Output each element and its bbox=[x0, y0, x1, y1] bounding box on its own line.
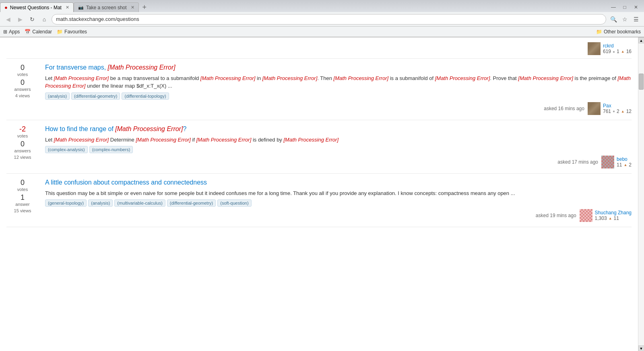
scrollbar[interactable]: ▲ ▼ bbox=[638, 37, 644, 351]
question-link[interactable]: For transverse maps, [Math Processing Er… bbox=[45, 64, 175, 71]
views-block: 15 views bbox=[14, 208, 31, 213]
calendar-icon: 📅 bbox=[25, 29, 31, 35]
user-rep: 11 bbox=[617, 162, 622, 168]
user-avatar bbox=[601, 156, 614, 168]
user-info: Pax 761 ● 2 ▲ 12 bbox=[588, 102, 632, 115]
partial-user-avatar bbox=[588, 42, 601, 55]
bookmark-calendar[interactable]: 📅 Calendar bbox=[25, 29, 52, 35]
user-badges: 1,303 ▲ 11 bbox=[595, 216, 632, 221]
views-block: 4 views bbox=[15, 93, 30, 98]
folder-icon: 📁 bbox=[57, 29, 63, 35]
tab-inactive[interactable]: 📷 Take a screen shot ✕ bbox=[74, 2, 139, 12]
bronze-icon: ▲ bbox=[621, 109, 625, 113]
bookmark-favourites[interactable]: 📁 Favourites bbox=[57, 29, 87, 35]
question-meta: asked 16 mins ago Pax 761 ● 2 ▲ 12 bbox=[45, 102, 632, 115]
partial-user-badges: 619 ● 1 ▲ 16 bbox=[603, 49, 632, 54]
bronze-count: 2 bbox=[629, 162, 632, 168]
maximize-button[interactable]: □ bbox=[620, 2, 630, 12]
partial-user-details: rckrd 619 ● 1 ▲ 16 bbox=[603, 43, 632, 54]
question-stats: 0 votes 0 answers 4 views bbox=[6, 64, 39, 115]
question-excerpt: This question may be a bit simple or eve… bbox=[45, 189, 632, 197]
question-body: A little confusion about compactness and… bbox=[45, 179, 632, 222]
user-name[interactable]: Shuchang Zhang bbox=[595, 210, 632, 216]
question-item: 0 votes 1 answer 15 views A little confu… bbox=[6, 174, 632, 227]
bronze-count: 11 bbox=[614, 216, 619, 221]
asked-time: asked 17 mins ago bbox=[557, 159, 598, 165]
other-bookmarks[interactable]: 📁 Other bookmarks bbox=[596, 29, 641, 35]
votes-label: votes bbox=[17, 72, 28, 77]
tab-label: Newest Questions - Mat bbox=[10, 5, 62, 10]
user-info: Shuchang Zhang 1,303 ▲ 11 bbox=[580, 209, 632, 222]
vote-count: 0 bbox=[21, 179, 25, 187]
question-title: A little confusion about compactness and… bbox=[45, 179, 632, 187]
partial-silver-count: 1 bbox=[617, 49, 619, 54]
vote-count: 0 bbox=[21, 64, 25, 72]
scrollbar-thumb[interactable] bbox=[639, 74, 644, 90]
tab-favicon: ● bbox=[4, 4, 8, 10]
tag-analysis[interactable]: (analysis) bbox=[88, 199, 113, 207]
scroll-down-button[interactable]: ▼ bbox=[638, 345, 644, 351]
calendar-label: Calendar bbox=[32, 29, 52, 35]
user-info: bebo 11 ▲ 2 bbox=[601, 156, 632, 168]
votes-block: 0 votes bbox=[17, 179, 28, 192]
user-rep: 761 bbox=[603, 109, 611, 114]
votes-label: votes bbox=[17, 187, 28, 192]
tab-active[interactable]: ● Newest Questions - Mat ✕ bbox=[0, 2, 74, 12]
home-button[interactable]: ⌂ bbox=[39, 14, 49, 24]
minimize-button[interactable]: — bbox=[609, 2, 618, 12]
answers-block: 0 answers bbox=[14, 140, 31, 153]
answers-block: 0 answers bbox=[14, 78, 31, 92]
tag-complex-numbers[interactable]: (complex-numbers) bbox=[89, 146, 133, 153]
scrollbar-track[interactable] bbox=[638, 43, 644, 345]
scroll-up-button[interactable]: ▲ bbox=[638, 37, 644, 43]
user-details: Shuchang Zhang 1,303 ▲ 11 bbox=[595, 210, 632, 221]
partial-user-info: rckrd 619 ● 1 ▲ 16 bbox=[588, 42, 632, 55]
other-bookmarks-label: Other bookmarks bbox=[604, 29, 641, 35]
tag-diff-geo[interactable]: (differential-geometry) bbox=[167, 199, 216, 207]
new-tab-button[interactable]: + bbox=[139, 2, 150, 12]
tag-diff-geo[interactable]: (differential-geometry) bbox=[71, 92, 120, 100]
question-link[interactable]: How to find the range of [Math Processin… bbox=[45, 125, 186, 132]
question-body: For transverse maps, [Math Processing Er… bbox=[45, 64, 632, 115]
reload-button[interactable]: ↻ bbox=[27, 14, 37, 24]
tag-multi-calc[interactable]: (multivariable-calculus) bbox=[114, 199, 165, 207]
partial-user-rep: 619 bbox=[603, 49, 611, 54]
tab-close-button[interactable]: ✕ bbox=[66, 5, 69, 10]
bronze-count: 12 bbox=[626, 109, 632, 114]
partial-user-name[interactable]: rckrd bbox=[603, 43, 632, 49]
nav-icons-right: 🔍 ☆ ☰ bbox=[609, 14, 641, 24]
asked-time: asked 19 mins ago bbox=[536, 213, 576, 218]
user-avatar bbox=[580, 209, 592, 222]
tag-soft[interactable]: (soft-question) bbox=[217, 199, 251, 207]
question-title: How to find the range of [Math Processin… bbox=[45, 125, 632, 133]
star-icon[interactable]: ☆ bbox=[620, 14, 630, 24]
address-bar[interactable]: math.stackexchange.com/questions bbox=[52, 14, 606, 25]
menu-icon[interactable]: ☰ bbox=[631, 14, 641, 24]
question-meta: asked 19 mins ago Shuchang Zhang 1,303 ▲… bbox=[45, 209, 632, 222]
user-rep: 1,303 bbox=[595, 216, 607, 221]
views-block: 12 views bbox=[14, 155, 31, 160]
tag-diff-top[interactable]: (differential-topology) bbox=[122, 92, 169, 100]
user-name[interactable]: Pax bbox=[603, 103, 632, 109]
user-name[interactable]: bebo bbox=[617, 156, 632, 162]
tab-close-button-2[interactable]: ✕ bbox=[131, 5, 134, 10]
partial-meta: rckrd 619 ● 1 ▲ 16 bbox=[588, 42, 632, 55]
forward-button[interactable]: ▶ bbox=[15, 14, 25, 24]
back-button[interactable]: ◀ bbox=[3, 14, 13, 24]
views-count: 15 views bbox=[14, 208, 31, 213]
tag-complex-analysis[interactable]: (complex-analysis) bbox=[45, 146, 88, 153]
close-window-button[interactable]: ✕ bbox=[631, 2, 641, 12]
tag-gen-top[interactable]: (general-topology) bbox=[45, 199, 87, 207]
question-item: -2 votes 0 answers 12 views How to find … bbox=[6, 120, 632, 174]
page-content: rckrd 619 ● 1 ▲ 16 0 vote bbox=[0, 37, 644, 351]
votes-label: votes bbox=[17, 133, 28, 138]
tag-analysis[interactable]: (analysis) bbox=[45, 92, 70, 100]
user-badges: 761 ● 2 ▲ 12 bbox=[603, 109, 632, 114]
answers-label: answer bbox=[15, 202, 29, 207]
search-icon[interactable]: 🔍 bbox=[609, 14, 618, 24]
question-link[interactable]: A little confusion about compactness and… bbox=[45, 179, 207, 186]
bookmarks-bar: ⊞ Apps 📅 Calendar 📁 Favourites 📁 Other b… bbox=[0, 27, 644, 37]
nav-bar: ◀ ▶ ↻ ⌂ math.stackexchange.com/questions… bbox=[0, 12, 644, 27]
asked-time: asked 16 mins ago bbox=[544, 106, 584, 111]
bookmark-apps[interactable]: ⊞ Apps bbox=[3, 29, 20, 35]
